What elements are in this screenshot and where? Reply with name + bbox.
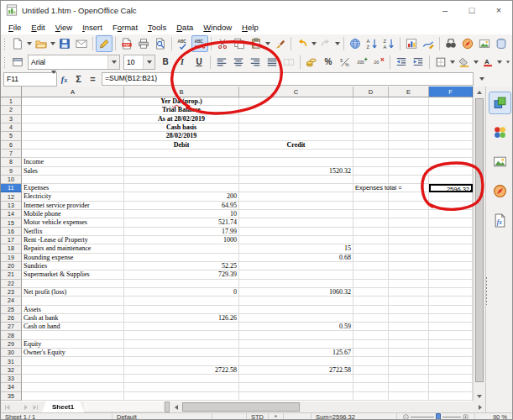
status-zoom-percent[interactable]: 90 % <box>475 413 512 420</box>
open-dropdown[interactable] <box>50 36 56 51</box>
scroll-up-button[interactable] <box>474 87 485 97</box>
cell-C29[interactable] <box>239 340 353 349</box>
cell-E19[interactable] <box>389 254 429 262</box>
row-header-24[interactable]: 24 <box>1 297 22 305</box>
cell-B27[interactable] <box>124 323 239 331</box>
cell-B19[interactable] <box>124 254 239 262</box>
cell-C28[interactable] <box>239 331 353 339</box>
cell-E14[interactable] <box>389 210 429 218</box>
menu-window[interactable]: Window <box>198 21 237 34</box>
cell-F30[interactable] <box>429 349 473 357</box>
cell-D26[interactable] <box>353 314 389 323</box>
cell-B3[interactable]: As at 28/02/2019 <box>124 115 239 123</box>
cell-D5[interactable] <box>353 132 389 140</box>
cell-D15[interactable] <box>353 218 389 227</box>
gallery-button[interactable] <box>476 35 493 52</box>
cell-F21[interactable] <box>429 270 473 279</box>
cell-E24[interactable] <box>389 297 429 305</box>
cell-F35[interactable] <box>429 392 473 401</box>
column-header-B[interactable]: B <box>124 87 239 97</box>
zoom-slider-thumb[interactable] <box>436 413 441 420</box>
sidebar-splitter[interactable] <box>485 276 488 305</box>
font-color-dropdown[interactable] <box>496 55 503 70</box>
cell-F27[interactable] <box>429 323 473 331</box>
cell-D9[interactable] <box>353 167 389 176</box>
sidebar-tab-properties[interactable] <box>489 92 511 114</box>
cell-F22[interactable] <box>429 280 473 288</box>
status-selection-mode[interactable]: STD <box>247 413 269 420</box>
vertical-scrollbar-thumb[interactable] <box>475 98 484 382</box>
borders-button[interactable] <box>432 54 449 71</box>
cell-E1[interactable] <box>389 97 429 106</box>
styles-button[interactable] <box>9 54 26 71</box>
cell-D12[interactable] <box>353 192 389 201</box>
cell-E10[interactable] <box>389 176 429 184</box>
menu-insert[interactable]: Insert <box>77 21 107 34</box>
cell-D18[interactable] <box>353 244 389 253</box>
cell-E33[interactable] <box>389 375 429 383</box>
navigator-button[interactable] <box>459 35 476 52</box>
underline-button[interactable]: U <box>191 54 207 71</box>
cell-A30[interactable]: Owner's Equity <box>22 349 124 357</box>
minimize-button[interactable]: – <box>432 1 458 19</box>
cell-C33[interactable] <box>239 375 353 383</box>
delete-decimal-button[interactable]: .00 <box>370 54 387 71</box>
cell-D1[interactable] <box>353 97 389 106</box>
cell-E22[interactable] <box>389 280 429 288</box>
bold-button[interactable]: B <box>157 54 174 71</box>
cell-F14[interactable] <box>429 210 473 218</box>
cell-F20[interactable] <box>429 262 473 270</box>
draw-functions-button[interactable] <box>420 35 437 52</box>
row-header-8[interactable]: 8 <box>1 158 22 166</box>
cell-F19[interactable] <box>429 254 473 262</box>
cell-B13[interactable]: 64.95 <box>124 202 239 210</box>
row-header-27[interactable]: 27 <box>1 323 22 331</box>
cell-C19[interactable]: 0.68 <box>239 254 353 262</box>
cell-D3[interactable] <box>353 115 389 123</box>
cell-F5[interactable] <box>429 132 473 140</box>
column-header-D[interactable]: D <box>353 87 389 97</box>
cell-D25[interactable] <box>353 306 389 314</box>
cell-A26[interactable]: Cash at bank <box>22 314 124 323</box>
cell-C8[interactable] <box>239 158 353 166</box>
menu-edit[interactable]: Edit <box>26 21 50 34</box>
row-header-32[interactable]: 32 <box>1 366 22 375</box>
horizontal-scrollbar-thumb[interactable] <box>182 402 300 412</box>
sidebar-tab-gallery[interactable] <box>489 150 511 173</box>
cell-B32[interactable]: 2722.58 <box>124 366 239 375</box>
export-pdf-button[interactable]: PDF <box>118 35 135 52</box>
spellcheck-button[interactable]: ABC <box>175 35 191 52</box>
expand-formula-bar-button[interactable] <box>475 72 489 86</box>
undo-button[interactable] <box>294 35 311 52</box>
row-header-4[interactable]: 4 <box>1 123 22 132</box>
sidebar-tab-functions[interactable]: fx <box>489 209 511 232</box>
row-header-30[interactable]: 30 <box>1 349 22 357</box>
row-header-15[interactable]: 15 <box>1 218 22 227</box>
menu-view[interactable]: View <box>50 21 77 34</box>
name-box-dropdown[interactable] <box>51 74 56 85</box>
cell-F4[interactable] <box>429 123 473 132</box>
cell-E35[interactable] <box>389 392 429 401</box>
row-header-16[interactable]: 16 <box>1 228 22 236</box>
cell-C13[interactable] <box>239 202 353 210</box>
zoom-track-right[interactable] <box>442 417 461 417</box>
status-page-style[interactable]: Default <box>113 413 212 420</box>
cell-C30[interactable]: 125.67 <box>239 349 353 357</box>
cell-D22[interactable] <box>353 280 389 288</box>
cell-E12[interactable] <box>389 192 429 201</box>
cell-A1[interactable] <box>22 97 124 106</box>
previous-sheet-button[interactable] <box>12 402 21 412</box>
cell-A20[interactable]: Sundries <box>22 262 124 270</box>
cell-C22[interactable] <box>239 280 353 288</box>
formula-input[interactable]: =SUM(B12:B21) <box>102 72 474 86</box>
cell-A23[interactable]: Net profit (loss) <box>22 288 124 297</box>
cell-E7[interactable] <box>389 150 429 158</box>
cell-F12[interactable] <box>429 192 473 201</box>
merge-cells-button[interactable] <box>280 54 297 71</box>
cell-E27[interactable] <box>389 323 429 331</box>
cell-D30[interactable] <box>353 349 389 357</box>
row-header-13[interactable]: 13 <box>1 202 22 210</box>
cell-B9[interactable] <box>124 167 239 176</box>
cell-F3[interactable] <box>429 115 473 123</box>
menu-tools[interactable]: Tools <box>143 21 171 34</box>
